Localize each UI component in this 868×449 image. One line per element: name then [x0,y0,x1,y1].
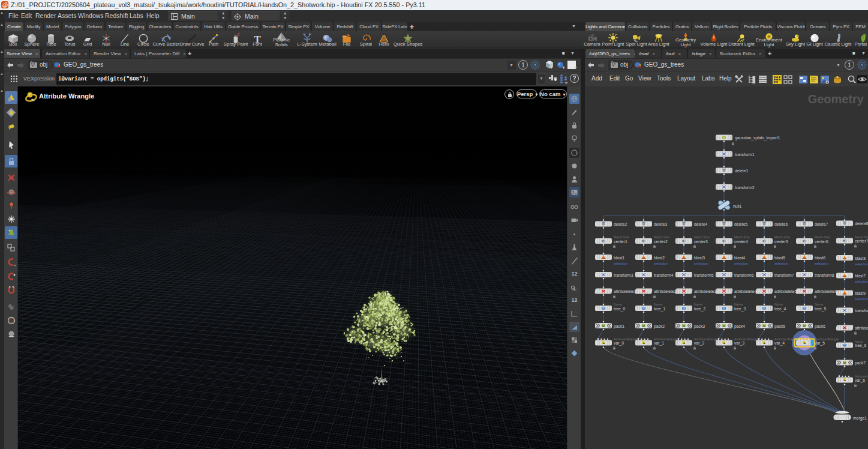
svg-text:attribdelete7: attribdelete7 [855,326,868,330]
svg-text:delete8: delete8 [855,221,868,226]
svg-text:tree_4: tree_4 [774,307,786,312]
svg-text:selection: selection [654,262,668,265]
svg-text:transform6: transform6 [734,273,754,277]
svg-text:delete5: delete5 [734,222,748,226]
svg-text:delete7: delete7 [815,222,828,226]
svg-text:delete1: delete1 [735,169,749,173]
svg-text:center3: center3 [694,240,708,244]
svg-text:selection: selection [774,262,788,265]
svg-text:gaussian_splats_import1: gaussian_splats_import1 [735,136,780,140]
svg-text:Name: Name [694,303,702,306]
svg-text:transform7: transform7 [774,273,794,277]
svg-text:Match Size: Match Size [654,235,669,239]
svg-text:tree_3: tree_3 [734,307,746,312]
svg-text:blast6: blast6 [815,256,825,260]
svg-text:selection: selection [855,297,868,301]
svg-text:selection: selection [734,262,748,265]
svg-text:Attribute Wrangle: Attribute Wrangle [654,337,678,341]
svg-text:blast3: blast3 [694,256,705,260]
svg-text:attribdelete1: attribdelete1 [614,289,636,294]
svg-text:Match Size: Match Size [774,235,790,239]
svg-text:var_4: var_4 [774,341,785,346]
svg-text:Match Size: Match Size [734,235,750,239]
svg-text:tree_1: tree_1 [654,307,665,312]
svg-text:var_2: var_2 [694,341,704,346]
svg-text:selection: selection [815,262,828,265]
svg-text:Attribute Wrangle: Attribute Wrangle [734,337,758,341]
svg-text:null1: null1 [733,204,742,208]
svg-text:center4: center4 [734,240,748,244]
svg-text:var_3: var_3 [734,341,744,346]
svg-text:attribdelete5: attribdelete5 [774,289,797,294]
svg-text:Name: Name [614,303,622,306]
svg-text:attribdelete6: attribdelete6 [815,289,837,294]
svg-text:Match Size: Match Size [694,235,710,239]
svg-text:tree_6: tree_6 [855,343,866,348]
svg-text:attribdelete4: attribdelete4 [734,289,757,294]
svg-text:Name: Name [654,303,662,306]
svg-text:Name: Name [855,340,863,343]
svg-text:delete4: delete4 [694,222,708,226]
svg-text:Name: Name [815,303,823,306]
svg-text:var_1: var_1 [654,341,664,346]
svg-text:pack5: pack5 [774,324,785,329]
svg-text:pack6: pack6 [815,324,825,329]
svg-text:delete6: delete6 [774,222,788,226]
svg-text:delete3: delete3 [654,222,668,226]
svg-text:Geometry: Geometry [808,92,864,106]
svg-text:center2: center2 [654,240,668,244]
svg-text:tree_5: tree_5 [815,307,826,312]
svg-text:blast2: blast2 [654,256,665,260]
svg-text:pack1: pack1 [614,324,624,329]
svg-text:Attribute Wrangle: Attribute Wrangle [855,375,868,378]
svg-text:selection: selection [855,262,868,266]
svg-text:transform8: transform8 [815,273,834,277]
svg-text:selection: selection [694,262,708,265]
svg-text:tree_0: tree_0 [614,307,625,312]
svg-text:blast8: blast8 [855,256,866,261]
svg-text:center7: center7 [855,239,868,243]
svg-text:attribdelete3: attribdelete3 [694,289,717,294]
svg-text:transform4: transform4 [654,273,674,277]
svg-text:blast4: blast4 [734,256,745,260]
svg-text:var_0: var_0 [614,341,624,346]
svg-text:var_5: var_5 [815,341,825,346]
svg-text:Attribute Wrangle: Attribute Wrangle [815,337,839,341]
svg-text:transform1: transform1 [735,152,755,157]
svg-text:Attribute Wrangle: Attribute Wrangle [614,337,638,341]
svg-text:selection: selection [855,280,868,283]
svg-text:transform2: transform2 [735,185,755,190]
svg-text:Match Size: Match Size [614,235,629,239]
svg-text:blast7: blast7 [855,274,866,278]
svg-text:pack2: pack2 [654,324,665,329]
svg-text:pack3: pack3 [694,324,705,329]
svg-text:blast9: blast9 [855,291,866,295]
svg-text:center6: center6 [815,240,828,244]
svg-text:transform9: transform9 [855,309,868,313]
svg-text:Match Size: Match Size [855,235,868,239]
svg-text:blast1: blast1 [614,256,624,260]
svg-text:center5: center5 [774,240,788,244]
svg-text:Name: Name [774,303,783,306]
svg-text:delete2: delete2 [614,222,627,226]
svg-text:merge1: merge1 [853,416,867,421]
svg-text:Attribute Wrangle: Attribute Wrangle [694,337,718,341]
svg-text:selection: selection [614,262,627,265]
svg-text:blast5: blast5 [774,256,785,260]
svg-text:attribdelete2: attribdelete2 [654,289,677,294]
svg-text:Match Size: Match Size [815,235,830,239]
svg-text:pack7: pack7 [855,361,866,366]
svg-text:center1: center1 [614,240,627,244]
svg-text:var_6: var_6 [855,378,865,383]
svg-text:transform3: transform3 [614,273,633,277]
svg-text:Name: Name [734,303,743,306]
svg-text:tree_2: tree_2 [694,307,705,312]
svg-text:pack4: pack4 [734,324,745,329]
svg-text:transform5: transform5 [694,273,714,277]
